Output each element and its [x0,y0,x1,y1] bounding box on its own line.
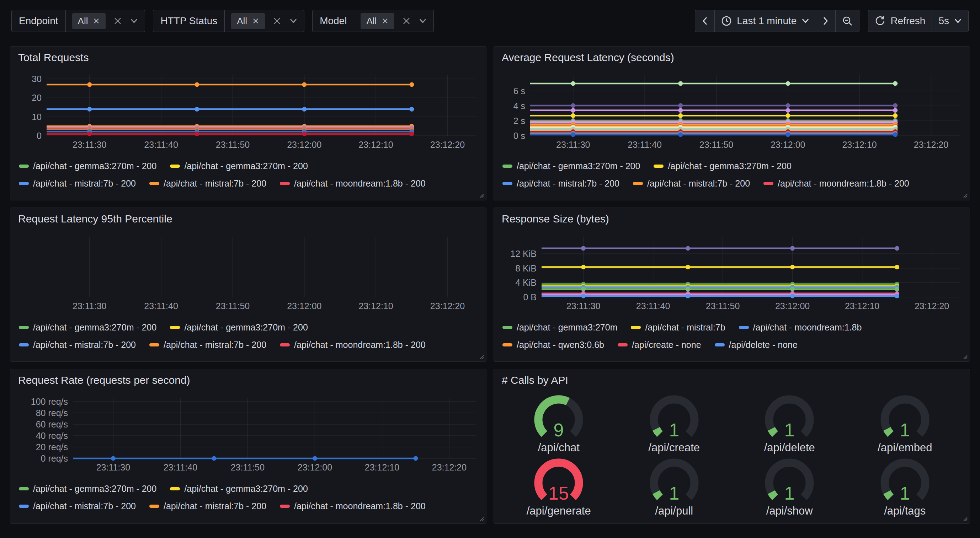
legend-item[interactable]: /api/chat - moondream:1.8b - 200 [280,178,426,189]
legend-series-label[interactable]: /api/chat - gemma3:270m - 200 [184,322,308,333]
legend-item[interactable]: /api/create - none [618,340,701,350]
refresh-button[interactable]: Refresh [868,10,932,32]
legend-series-label[interactable]: /api/chat - mistral:7b - 200 [164,340,266,350]
panel-avg-latency: Average Request Latency (seconds) 23:11:… [493,46,970,200]
legend-item[interactable]: /api/chat - gemma3:270m - 200 [19,161,156,171]
filter-http-status-value[interactable]: All [225,10,304,32]
refresh-interval-button[interactable]: 5s [932,10,969,32]
filter-model-value[interactable]: All [354,10,433,32]
chevron-down-icon[interactable] [130,18,138,24]
legend-series-label[interactable]: /api/chat - moondream:1.8b - 200 [294,178,426,189]
remove-chip-icon[interactable] [252,17,259,24]
legend-series-label[interactable]: /api/chat - moondream:1.8b [753,322,862,333]
panel-resize-handle[interactable] [479,516,484,522]
remove-chip-icon[interactable] [382,17,389,24]
legend-series-label[interactable]: /api/chat - gemma3:270m - 200 [184,161,308,171]
time-range-picker-button[interactable]: Last 1 minute [714,10,816,32]
legend-item[interactable]: /api/chat - mistral:7b - 200 [150,501,266,511]
latency-p95-chart[interactable]: 23:11:3023:11:4023:11:5023:12:0023:12:10… [15,228,480,313]
chevron-down-icon[interactable] [289,18,298,24]
chart-legend: /api/chat - gemma3:270m - 200/api/chat -… [19,161,426,189]
legend-item[interactable]: /api/delete - none [715,340,798,350]
svg-text:0 B: 0 B [523,292,536,302]
filter-http-status-chip[interactable]: All [231,13,265,29]
legend-item[interactable]: /api/chat - gemma3:270m - 200 [654,161,791,171]
legend-series-label[interactable]: /api/delete - none [729,340,798,350]
clear-filter-icon[interactable] [273,17,281,25]
panel-title[interactable]: Request Rate (requests per second) [18,374,190,386]
gauge-apishow: 1 /api/show [732,455,847,519]
legend-item[interactable]: /api/chat - qwen3:0.6b [503,340,604,350]
panel-resize-handle[interactable] [962,354,968,360]
legend-item[interactable]: /api/chat - moondream:1.8b - 200 [280,340,426,350]
legend-item[interactable]: /api/chat - mistral:7b - 200 [19,340,136,350]
legend-item[interactable]: /api/chat - gemma3:270m - 200 [170,322,308,333]
panel-resize-handle[interactable] [479,354,484,360]
gauge-arc: 1 [644,456,705,504]
legend-item[interactable]: /api/chat - mistral:7b - 200 [503,178,619,189]
filter-endpoint-value[interactable]: All [66,10,145,32]
legend-series-label[interactable]: /api/chat - mistral:7b - 200 [33,178,136,189]
legend-series-label[interactable]: /api/chat - gemma3:270m - 200 [33,322,156,333]
legend-item[interactable]: /api/chat - moondream:1.8b [739,322,862,333]
legend-item[interactable]: /api/chat - moondream:1.8b - 200 [764,178,909,189]
legend-series-label[interactable]: /api/chat - moondream:1.8b - 200 [778,178,909,189]
legend-series-label[interactable]: /api/chat - qwen3:0.6b [517,340,604,350]
panel-resize-handle[interactable] [479,193,484,198]
legend-series-label[interactable]: /api/chat - moondream:1.8b - 200 [294,501,426,511]
avg-latency-chart[interactable]: 23:11:3023:11:4023:11:5023:12:0023:12:10… [499,67,964,151]
filter-endpoint-label: Endpoint [12,10,66,32]
legend-series-label[interactable]: /api/chat - gemma3:270m - 200 [33,161,156,171]
legend-series-label[interactable]: /api/chat - gemma3:270m - 200 [668,161,791,171]
legend-item[interactable]: /api/chat - mistral:7b - 200 [19,501,136,511]
legend-series-label[interactable]: /api/chat - gemma3:270m - 200 [517,161,640,171]
filter-endpoint-chip[interactable]: All [72,13,106,29]
legend-series-marker [654,165,663,168]
legend-item[interactable]: /api/chat - gemma3:270m - 200 [170,161,308,171]
legend-item[interactable]: /api/chat - mistral:7b - 200 [19,178,136,189]
panel-resize-handle[interactable] [962,516,968,522]
legend-series-label[interactable]: /api/chat - mistral:7b [645,322,725,333]
legend-item[interactable]: /api/chat - mistral:7b - 200 [150,340,266,350]
time-shift-forward-button[interactable] [816,10,836,32]
legend-item[interactable]: /api/chat - moondream:1.8b - 200 [280,501,426,511]
panel-title[interactable]: # Calls by API [502,374,568,386]
legend-series-label[interactable]: /api/create - none [632,340,701,350]
panel-title[interactable]: Response Size (bytes) [502,213,609,225]
legend-item[interactable]: /api/chat - mistral:7b - 200 [633,178,750,189]
legend-item[interactable]: /api/chat - gemma3:270m [503,322,617,333]
request-rate-chart[interactable]: 23:11:3023:11:4023:11:5023:12:0023:12:10… [15,389,480,474]
time-shift-back-button[interactable] [695,10,715,32]
clear-filter-icon[interactable] [113,17,122,25]
panel-title[interactable]: Request Latency 95th Percentile [18,213,172,225]
clear-filter-icon[interactable] [402,17,411,25]
gauge-grid: 9 /api/chat 1 /api/create 1 /api/delete … [501,392,963,519]
legend-series-label[interactable]: /api/chat - gemma3:270m [517,322,617,333]
legend-series-label[interactable]: /api/chat - mistral:7b - 200 [164,501,266,511]
panel-resize-handle[interactable] [962,193,968,198]
chevron-down-icon[interactable] [418,18,427,24]
legend-series-label[interactable]: /api/chat - moondream:1.8b - 200 [294,340,426,350]
svg-text:23:11:50: 23:11:50 [216,140,250,149]
legend-item[interactable]: /api/chat - gemma3:270m - 200 [19,484,156,494]
legend-series-label[interactable]: /api/chat - mistral:7b - 200 [33,501,136,511]
legend-item[interactable]: /api/chat - mistral:7b - 200 [150,178,266,189]
legend-item[interactable]: /api/chat - gemma3:270m - 200 [170,484,308,494]
total-requests-chart[interactable]: 23:11:3023:11:4023:11:5023:12:0023:12:10… [15,67,480,151]
response-size-chart[interactable]: 23:11:3023:11:4023:11:5023:12:0023:12:10… [499,228,964,313]
legend-series-label[interactable]: /api/chat - mistral:7b - 200 [164,178,266,189]
panel-title[interactable]: Total Requests [18,52,89,63]
panel-title[interactable]: Average Request Latency (seconds) [502,52,674,63]
filter-model-chip[interactable]: All [361,13,395,29]
remove-chip-icon[interactable] [93,17,100,24]
legend-series-label[interactable]: /api/chat - mistral:7b - 200 [647,178,750,189]
legend-series-label[interactable]: /api/chat - mistral:7b - 200 [33,340,136,350]
legend-series-label[interactable]: /api/chat - gemma3:270m - 200 [33,484,156,494]
legend-item[interactable]: /api/chat - mistral:7b [631,322,725,333]
zoom-out-time-button[interactable] [835,10,859,32]
legend-item[interactable]: /api/chat - gemma3:270m - 200 [503,161,640,171]
legend-series-label[interactable]: /api/chat - gemma3:270m - 200 [184,484,308,494]
legend-series-label[interactable]: /api/chat - mistral:7b - 200 [517,178,619,189]
legend-series-marker [633,182,643,185]
legend-item[interactable]: /api/chat - gemma3:270m - 200 [19,322,156,333]
